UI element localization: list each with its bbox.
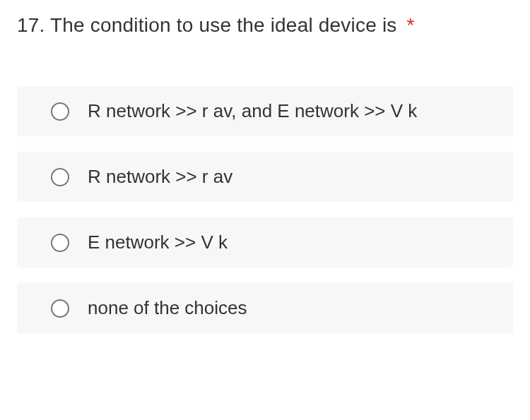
options-list: R network >> r av, and E network >> V k … xyxy=(17,86,513,333)
option-label: E network >> V k xyxy=(88,230,228,255)
radio-icon[interactable] xyxy=(51,299,69,318)
question-number: 17. xyxy=(17,14,45,36)
radio-icon[interactable] xyxy=(51,102,69,121)
option-row[interactable]: E network >> V k xyxy=(17,217,513,268)
question-text: The condition to use the ideal device is xyxy=(50,14,397,36)
option-row[interactable]: none of the choices xyxy=(17,283,513,333)
radio-icon[interactable] xyxy=(51,234,69,252)
option-label: R network >> r av, and E network >> V k xyxy=(88,99,417,124)
option-row[interactable]: R network >> r av, and E network >> V k xyxy=(17,86,513,136)
radio-icon[interactable] xyxy=(51,168,69,186)
option-row[interactable]: R network >> r av xyxy=(17,152,513,202)
option-label: none of the choices xyxy=(88,296,247,320)
required-asterisk: * xyxy=(407,14,415,36)
option-label: R network >> r av xyxy=(88,164,232,189)
question-title: 17. The condition to use the ideal devic… xyxy=(17,14,513,37)
